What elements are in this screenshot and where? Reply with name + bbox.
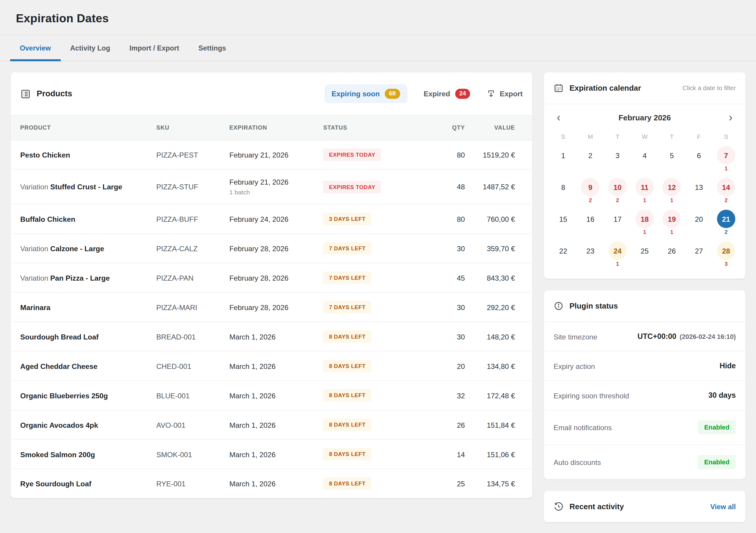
products-table-head: ProductSKUExpirationStatusQtyValue bbox=[11, 115, 532, 140]
day-expiring-count: 1 bbox=[670, 197, 673, 205]
sku-cell: PIZZA-CALZ bbox=[151, 234, 225, 263]
calendar-prev-button[interactable] bbox=[553, 112, 565, 124]
calendar-day-26[interactable]: 26 bbox=[658, 240, 685, 272]
expired-filter[interactable]: Expired 24 bbox=[424, 89, 470, 99]
calendar-day-23[interactable]: 23 bbox=[577, 240, 604, 272]
calendar-day-21[interactable]: 212 bbox=[713, 208, 740, 240]
column-header-sku: SKU bbox=[151, 115, 225, 140]
products-card-header: Products Expiring soon 68 Expired 24 bbox=[11, 72, 532, 115]
status-badge: EXPIRES TODAY bbox=[323, 148, 381, 161]
products-card-title-group: Products bbox=[20, 89, 72, 99]
qty-cell: 80 bbox=[428, 204, 470, 234]
table-row: Variation Calzone - LargePIZZA-CALZFebru… bbox=[11, 234, 532, 263]
plugin-status-title: Plugin status bbox=[569, 302, 618, 310]
calendar-day-15[interactable]: 15 bbox=[550, 208, 577, 240]
calendar-next-button[interactable] bbox=[724, 112, 737, 124]
expiration-date: February 28, 2026 bbox=[229, 274, 313, 282]
day-of-week-header: W bbox=[631, 128, 658, 145]
calendar-day-25[interactable]: 25 bbox=[631, 240, 658, 272]
qty-cell: 30 bbox=[428, 293, 470, 322]
tab-activity-log[interactable]: Activity Log bbox=[61, 35, 120, 61]
calendar-day-3[interactable]: 3 bbox=[604, 145, 631, 176]
expiring-soon-filter[interactable]: Expiring soon 68 bbox=[324, 84, 407, 103]
calendar-day-24[interactable]: 241 bbox=[604, 240, 631, 272]
day-number: 22 bbox=[554, 242, 573, 260]
calendar-day-19[interactable]: 191 bbox=[658, 208, 685, 240]
day-of-week-header: M bbox=[577, 128, 604, 145]
expiration-cell: February 28, 2026 bbox=[225, 263, 318, 293]
calendar-day-2[interactable]: 2 bbox=[577, 145, 604, 176]
expiration-date: March 1, 2026 bbox=[229, 333, 313, 341]
qty-cell: 80 bbox=[428, 140, 470, 170]
plugin-status-row: Site timezoneUTC+00:00(2026-02-24 16:10) bbox=[544, 322, 745, 351]
calendar-day-22[interactable]: 22 bbox=[550, 240, 577, 272]
expiration-cell: March 1, 2026 bbox=[225, 440, 318, 469]
calendar-day-20[interactable]: 20 bbox=[685, 208, 712, 240]
page-title: Expiration Dates bbox=[16, 12, 740, 25]
calendar-day-13[interactable]: 13 bbox=[685, 176, 712, 208]
sku-cell: BLUE-001 bbox=[151, 381, 225, 410]
table-row: Buffalo ChickenPIZZA-BUFFFebruary 24, 20… bbox=[11, 204, 532, 234]
calendar-day-10[interactable]: 102 bbox=[604, 176, 631, 208]
expiration-date: February 24, 2026 bbox=[229, 215, 313, 223]
qty-cell: 20 bbox=[428, 351, 470, 381]
calendar-day-8[interactable]: 8 bbox=[550, 176, 577, 208]
calendar-grid: SMTWTFS123456718921021111211314215161718… bbox=[544, 125, 745, 279]
status-cell: 8 DAYS LEFT bbox=[318, 381, 428, 410]
plugin-status-rows: Site timezoneUTC+00:00(2026-02-24 16:10)… bbox=[544, 322, 745, 479]
variation-prefix: Variation bbox=[20, 274, 50, 282]
status-cell: 7 DAYS LEFT bbox=[318, 234, 428, 263]
calendar-day-12[interactable]: 121 bbox=[658, 176, 685, 208]
expiration-cell: February 28, 2026 bbox=[225, 234, 318, 263]
table-row: Aged Cheddar CheeseCHED-001March 1, 2026… bbox=[11, 351, 532, 381]
status-cell: 8 DAYS LEFT bbox=[318, 322, 428, 351]
status-cell: EXPIRES TODAY bbox=[318, 170, 428, 204]
calendar-day-6[interactable]: 6 bbox=[685, 145, 712, 176]
expiration-cell: March 1, 2026 bbox=[225, 381, 318, 410]
calendar-day-7[interactable]: 71 bbox=[713, 145, 740, 176]
recent-activity-title: Recent activity bbox=[569, 502, 624, 511]
export-button[interactable]: Export bbox=[487, 89, 523, 98]
calendar-day-11[interactable]: 111 bbox=[631, 176, 658, 208]
calendar-day-18[interactable]: 181 bbox=[631, 208, 658, 240]
plugin-status-row: Expiring soon threshold30 days bbox=[544, 381, 745, 410]
calendar-day-1[interactable]: 1 bbox=[550, 145, 577, 176]
table-row: Variation Pan Pizza - LargePIZZA-PANFebr… bbox=[11, 263, 532, 293]
calendar-day-27[interactable]: 27 bbox=[685, 240, 712, 272]
day-of-week-header: S bbox=[550, 128, 577, 145]
setting-label: Auto discounts bbox=[554, 458, 601, 466]
calendar-day-14[interactable]: 142 bbox=[713, 176, 740, 208]
value-cell: 151,06 € bbox=[470, 440, 532, 469]
tab-settings[interactable]: Settings bbox=[189, 35, 236, 61]
calendar-day-5[interactable]: 5 bbox=[658, 145, 685, 176]
calendar-day-17[interactable]: 17 bbox=[604, 208, 631, 240]
calendar-icon bbox=[554, 83, 564, 93]
status-badge: EXPIRES TODAY bbox=[323, 180, 381, 193]
status-cell: 8 DAYS LEFT bbox=[318, 351, 428, 381]
column-header-status: Status bbox=[318, 115, 428, 140]
table-row: Organic Avocados 4pkAVO-001March 1, 2026… bbox=[11, 410, 532, 440]
day-number: 24 bbox=[608, 242, 627, 260]
tab-overview[interactable]: Overview bbox=[10, 35, 60, 61]
status-badge: 7 DAYS LEFT bbox=[323, 301, 371, 313]
day-number: 12 bbox=[662, 178, 681, 196]
calendar-day-16[interactable]: 16 bbox=[577, 208, 604, 240]
calendar-day-28[interactable]: 283 bbox=[713, 240, 740, 272]
day-expiring-count: 2 bbox=[616, 197, 619, 205]
sku-cell: CHED-001 bbox=[151, 351, 225, 381]
day-expiring-count: 3 bbox=[724, 261, 727, 268]
tab-import-export[interactable]: Import / Export bbox=[120, 35, 189, 61]
value-cell: 134,75 € bbox=[470, 469, 532, 498]
view-all-link[interactable]: View all bbox=[710, 503, 736, 510]
product-cell: Organic Avocados 4pk bbox=[11, 410, 151, 440]
table-row: Sourdough Bread LoafBREAD-001March 1, 20… bbox=[11, 322, 532, 351]
product-cell: Smoked Salmon 200g bbox=[11, 440, 151, 469]
content: Products Expiring soon 68 Expired 24 bbox=[0, 61, 756, 522]
calendar-day-9[interactable]: 92 bbox=[577, 176, 604, 208]
calendar-month-nav: February 2026 bbox=[544, 104, 745, 125]
calendar-title: Expiration calendar bbox=[569, 84, 641, 92]
status-cell: EXPIRES TODAY bbox=[318, 140, 428, 170]
day-number: 17 bbox=[608, 210, 627, 228]
calendar-day-4[interactable]: 4 bbox=[631, 145, 658, 176]
value-cell: 1519,20 € bbox=[470, 140, 532, 170]
